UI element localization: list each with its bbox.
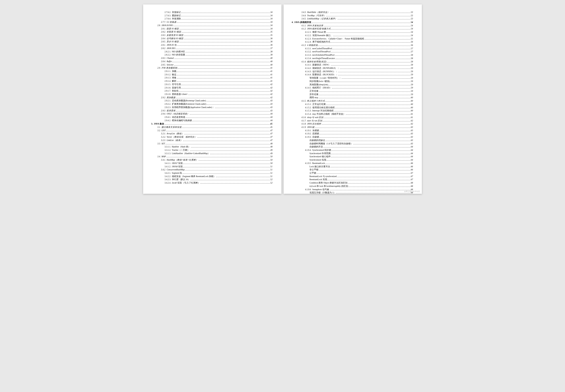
toc-entry[interactable]: 2.9.1.8.类构造器<client>42 [164,93,272,96]
toc-entry[interactable]: 2.8.5.异步 IO 模型36 [161,40,272,43]
toc-entry[interactable]: 4.1.5.2.使用退出标志退出线程60 [305,106,413,109]
toc-entry[interactable]: 2.7.6.2.并发标记34 [164,11,272,14]
toc-entry[interactable]: 2.9.3.双亲委派43 [161,109,272,112]
toc-entry[interactable]: 4.1.5.终止线程 4 种方式60 [301,99,413,103]
toc-entry[interactable]: 3.4.1.2.JAVA8 实现51 [164,165,272,168]
toc-entry[interactable]: 2.9.1.5.符号引用42 [164,83,272,86]
toc-entry[interactable]: 2.9.2.3.应用程序类加载器(Application ClassLoader… [164,106,272,109]
toc-entry[interactable]: 4.JAVA 多线程并发54 [292,20,413,24]
toc-entry[interactable]: 4.1.3.1.newCachedThreadPool57 [305,47,413,50]
toc-entry[interactable]: 自旋锁的优缺点63 [309,139,413,142]
toc-entry[interactable]: 2.9.4.1.动态改变构造44 [164,116,272,119]
toc-entry[interactable]: 4.1.3.3.newScheduledThreadPool58 [305,54,413,57]
toc-entry[interactable]: 2.9.1.1.加载41 [164,70,272,73]
toc-entry[interactable]: 2.8.JAVA IO/NIO34 [157,24,272,27]
toc-entry[interactable]: 2.8.3.多路复用 IO 模型35 [161,34,272,37]
toc-entry[interactable]: Synchronized 作用范围64 [309,152,413,155]
toc-entry[interactable]: 自旋锁的开启64 [309,145,413,149]
toc-entry[interactable]: 4.1.4.3.运行状态（RUNNING）：59 [305,70,413,73]
toc-entry[interactable]: 4.1.8.JAVA 后台线程62 [301,122,413,126]
toc-entry[interactable]: ReentrantLock 实现67 [309,178,413,181]
toc-entry[interactable]: 4.1.4.5.线程死亡（DEAD）59 [305,86,413,90]
toc-entry[interactable]: 2.7.6.4.并发清除34 [164,17,272,20]
toc-entry[interactable]: 3.2.3.LinkList（链表）47 [161,139,272,142]
toc-entry[interactable]: 4.1.3.4 种线程池56 [301,44,413,47]
toc-entry[interactable]: 2.8.2.1.NIO 的缓冲区38 [164,50,272,54]
toc-entry[interactable]: 等待阻塞（o.wait->等待对列）：59 [309,76,413,80]
toc-entry[interactable]: 3.3.1.3.LinkHashSet（HashSet+LinkedHashMa… [164,152,272,155]
toc-entry[interactable]: Synchronized 核心组件64 [309,155,413,158]
toc-entry[interactable]: 2.8.4.Buffer40 [161,60,272,63]
toc-entry[interactable]: 2.9.1.4.解析41 [164,80,272,83]
toc-entry[interactable]: 2.9.1.7.初始化42 [164,89,272,93]
toc-entry[interactable]: Lock 接口的主要方法66 [309,165,413,168]
toc-entry[interactable]: 2.9.1.2.验证41 [164,73,272,76]
toc-entry[interactable]: 4.1.5.3.Interrupt 方法结束线程60 [305,109,413,112]
toc-entry[interactable]: 2.8.5.Selector40 [161,63,272,67]
toc-entry[interactable]: 3.4.2.3.并行度（默认 16）52 [164,178,272,181]
toc-entry[interactable]: 4.1.6.sleep 与 wait 区别61 [301,116,413,119]
toc-entry[interactable]: 4.1.9.JAVA 锁63 [301,126,413,129]
toc-entry[interactable]: 3.4.5.LinkHashMap（记录插入顺序）53 [301,17,413,20]
toc-entry[interactable]: 4.1.9.5.ReentrantLock66 [305,162,413,165]
toc-entry[interactable]: Condition 类和 Object 类锁方法区别区别68 [309,181,413,185]
toc-entry[interactable]: 2.9.1.6.直接引用42 [164,86,272,90]
toc-entry[interactable]: 3.1.接口继承关系和实现45 [157,126,272,129]
toc-entry[interactable]: 2.9.2.1.启动类加载器(Bootstrap ClassLoader)43 [164,99,272,102]
toc-entry[interactable]: 2.8.1.阻塞 IO 模型34 [161,27,272,30]
toc-entry[interactable]: ReentrantLock 与 synchronized67 [309,175,413,178]
toc-entry[interactable]: 4.1.1.JAVA 并发知识库54 [301,24,413,28]
toc-entry[interactable]: 其他阻塞(sleep/join)59 [309,83,413,86]
toc-entry[interactable]: 3.2.LIST47 [157,129,272,132]
toc-entry[interactable]: 2.9.4.OSGI（动态模型系统）44 [161,112,272,116]
toc-entry[interactable]: 3.4.4.TreeMap（可排序）53 [301,14,413,17]
toc-entry[interactable]: 2.8.2.2.NIO 的非阻塞38 [164,53,272,56]
toc-entry[interactable]: 2.9.2.类加载器42 [161,96,272,99]
toc-entry[interactable]: 4.1.5.4.stop 方法终止线程（线程不安全）61 [305,112,413,116]
toc-entry[interactable]: 4.1.2.JAVA 线程实现/创建方式54 [301,27,413,30]
toc-entry[interactable]: 2.8.4.信号驱动 IO 模型36 [161,37,272,40]
toc-entry[interactable]: 2.9.2.2.扩展类加载器(Extension ClassLoader)43 [164,102,272,106]
toc-entry[interactable]: 同步阻塞(lock->锁池)59 [309,80,413,83]
toc-entry[interactable]: 4.1.4.4.阻塞状态（BLOCKED）：59 [305,73,413,76]
toc-entry[interactable]: 3.4.2.ConcurrentHashMap51 [161,168,272,171]
toc-entry[interactable]: 2.9.1.3.准备41 [164,76,272,80]
toc-entry[interactable]: 3.4.3.HashTable（线程安全）53 [301,11,413,14]
toc-entry[interactable]: 4.1.2.2.实现 Runnable 接口。54 [305,34,413,37]
toc-entry[interactable]: 4.1.5.1.正常运行结束60 [305,103,413,106]
toc-entry[interactable]: 3.4.2.2.线程安全（Segment 继承 ReentrantLock 加锁… [164,175,272,178]
toc-entry[interactable]: 2.8.2.非阻塞 IO 模型35 [161,30,272,34]
toc-entry[interactable]: 4.1.7.start 与 run 区别62 [301,119,413,123]
toc-entry[interactable]: 2.7.6.3.重新标记34 [164,14,272,17]
toc-entry[interactable]: 调用 stop60 [309,96,413,99]
toc-entry[interactable]: 3.3.SET48 [157,142,272,145]
toc-entry[interactable]: 4.1.2.3.ExecutorService、Callable<Class>、… [305,37,413,41]
toc-entry[interactable]: 4.1.2.1.继承 Thread 类54 [305,30,413,34]
toc-entry[interactable]: 2.8.2.JAVA NIO37 [161,47,272,50]
toc-entry[interactable]: 4.1.9.2.悲观锁63 [305,132,413,135]
toc-entry[interactable]: 非公平锁66 [309,168,413,171]
toc-entry[interactable]: 2.9.JVM 类加载机制41 [157,66,272,70]
toc-entry[interactable]: 3.4.MAP50 [157,155,272,158]
toc-entry[interactable]: 正常结束59 [309,90,413,93]
toc-entry[interactable]: 4.1.4.1.新建状态（NEW）58 [305,63,413,67]
toc-entry[interactable]: 4.1.3.2.newFixedThreadPool57 [305,50,413,54]
toc-entry[interactable]: 实现互斥锁（计数器为 1）68 [309,191,413,194]
toc-entry[interactable]: Synchronized 实现64 [309,158,413,162]
toc-entry[interactable]: 2.8.3.Channel40 [161,56,272,60]
toc-entry[interactable]: 4.1.4.线程生命周期(状态)58 [301,60,413,63]
toc-entry[interactable]: 4.1.9.3.自旋锁63 [305,135,413,139]
toc-entry[interactable]: 4.1.2.4.基于线程池的方式56 [305,40,413,44]
toc-entry[interactable]: 4.1.9.4.Synchronized 同步锁64 [305,149,413,152]
toc-entry[interactable]: 2.7.7.G1 收集器34 [161,20,272,24]
toc-entry[interactable]: 4.1.9.1.乐观锁63 [305,129,413,132]
toc-entry[interactable]: 自旋锁时间阈值（1.6 引入了适应性自旋锁）63 [309,142,413,145]
toc-entry[interactable]: 3.3.1.1.HashSet（Hash 表）48 [164,145,272,149]
toc-entry[interactable]: 4.1.3.4.newSingleThreadExecutor58 [305,57,413,60]
toc-entry[interactable]: 3.JAVA 集合45 [151,122,272,126]
toc-entry[interactable]: 2.8.1.JAVA IO 包36 [161,43,272,47]
toc-entry[interactable]: 3.4.1.HashMap（数组+链表+红黑树）50 [161,158,272,162]
toc-entry[interactable]: 3.2.2.Vector（数组实现、线程同步）47 [161,135,272,139]
toc-entry[interactable]: 3.2.1.ArrayList（数组）47 [161,132,272,135]
toc-entry[interactable]: 公平锁67 [309,171,413,175]
